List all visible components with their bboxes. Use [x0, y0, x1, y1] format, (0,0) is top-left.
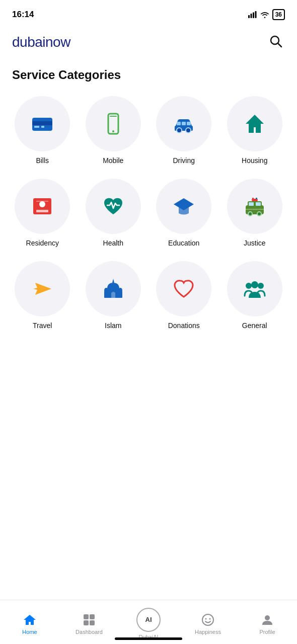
svg-rect-35 — [104, 291, 108, 298]
housing-icon — [242, 111, 268, 137]
svg-rect-16 — [177, 122, 181, 125]
general-icon — [242, 276, 268, 302]
housing-circle — [227, 96, 282, 151]
category-islam[interactable]: Islam — [79, 257, 148, 336]
svg-rect-43 — [90, 614, 95, 619]
home-nav-label: Home — [22, 629, 37, 635]
category-driving[interactable]: Driving — [150, 92, 218, 171]
svg-line-5 — [278, 44, 282, 47]
svg-point-39 — [258, 283, 264, 289]
svg-rect-32 — [256, 198, 257, 199]
education-circle — [156, 179, 211, 234]
category-travel[interactable]: Travel — [8, 257, 77, 336]
category-residency[interactable]: Residency — [8, 175, 77, 253]
dashboard-nav-icon — [82, 613, 96, 627]
residency-label: Residency — [26, 239, 59, 247]
svg-point-20 — [39, 201, 45, 207]
mobile-icon — [100, 111, 126, 137]
home-nav-icon — [23, 613, 37, 627]
islam-label: Islam — [105, 321, 121, 330]
svg-rect-36 — [118, 291, 122, 298]
profile-nav-icon — [260, 613, 274, 627]
residency-icon — [29, 193, 55, 219]
svg-point-49 — [265, 615, 270, 620]
svg-rect-3 — [255, 11, 256, 18]
dubaiAI-circle: AI — [136, 608, 161, 632]
svg-point-40 — [251, 281, 258, 288]
category-bills[interactable]: Bills — [8, 92, 77, 171]
health-icon — [100, 193, 126, 219]
category-housing[interactable]: Housing — [220, 92, 289, 171]
svg-point-46 — [202, 614, 213, 625]
logo-text1: dubai — [12, 34, 45, 50]
driving-icon — [171, 111, 197, 137]
svg-rect-8 — [34, 126, 39, 128]
svg-point-4 — [271, 36, 279, 44]
travel-circle — [15, 261, 70, 316]
svg-point-11 — [112, 130, 114, 132]
svg-rect-42 — [84, 614, 89, 619]
health-circle — [86, 179, 141, 234]
home-indicator — [115, 637, 182, 640]
nav-dashboard[interactable]: Dashboard — [59, 613, 119, 635]
svg-point-28 — [248, 212, 252, 216]
svg-rect-1 — [250, 14, 252, 18]
svg-marker-41 — [24, 615, 36, 625]
status-icons: 36 — [248, 9, 285, 20]
nav-happiness[interactable]: Happiness — [178, 613, 238, 635]
svg-rect-31 — [252, 198, 254, 199]
category-education[interactable]: Education — [150, 175, 218, 253]
islam-icon — [100, 276, 126, 302]
donations-icon — [171, 276, 197, 302]
residency-circle — [15, 179, 70, 234]
svg-point-29 — [257, 212, 261, 216]
travel-icon — [29, 276, 55, 302]
nav-home[interactable]: Home — [0, 613, 59, 635]
education-label: Education — [168, 239, 199, 247]
svg-point-47 — [205, 618, 207, 619]
svg-rect-27 — [256, 202, 261, 206]
bills-label: Bills — [36, 156, 49, 165]
category-health[interactable]: Health — [79, 175, 148, 253]
mobile-label: Mobile — [103, 156, 123, 165]
category-donations[interactable]: Donations — [150, 257, 218, 336]
status-bar: 16:14 36 — [0, 0, 297, 26]
bills-circle — [15, 96, 70, 151]
section-title: Service Categories — [0, 60, 297, 92]
svg-rect-2 — [253, 13, 254, 19]
signal-icon — [248, 11, 257, 18]
donations-label: Donations — [168, 321, 200, 330]
logo: dubainow — [12, 34, 70, 50]
category-justice[interactable]: Justice — [220, 175, 289, 253]
mobile-circle — [86, 96, 141, 151]
svg-rect-21 — [36, 210, 48, 212]
battery-icon: 36 — [272, 9, 285, 20]
svg-point-48 — [209, 618, 211, 619]
justice-icon — [242, 193, 268, 219]
categories-grid: Bills Mobile Driving — [0, 92, 297, 336]
travel-label: Travel — [33, 321, 52, 330]
logo-text2: now — [45, 34, 70, 50]
justice-circle — [227, 179, 282, 234]
islam-circle — [86, 261, 141, 316]
header: dubainow — [0, 26, 297, 60]
happiness-nav-icon — [201, 613, 215, 627]
driving-circle — [156, 96, 211, 151]
nav-dubaiAI[interactable]: AI DubaiAI — [119, 608, 178, 640]
svg-rect-9 — [41, 126, 44, 128]
nav-profile[interactable]: Profile — [238, 613, 297, 635]
housing-label: Housing — [242, 156, 267, 165]
svg-rect-44 — [84, 620, 89, 625]
category-mobile[interactable]: Mobile — [79, 92, 148, 171]
general-label: General — [242, 321, 267, 330]
status-time: 16:14 — [12, 10, 34, 20]
happiness-nav-label: Happiness — [195, 629, 221, 635]
svg-rect-26 — [249, 202, 254, 206]
svg-rect-0 — [248, 15, 250, 18]
education-icon — [171, 193, 197, 219]
search-button[interactable] — [267, 32, 285, 52]
category-general[interactable]: General — [220, 257, 289, 336]
svg-marker-18 — [246, 115, 264, 133]
search-icon — [269, 34, 283, 48]
svg-point-38 — [246, 283, 252, 289]
